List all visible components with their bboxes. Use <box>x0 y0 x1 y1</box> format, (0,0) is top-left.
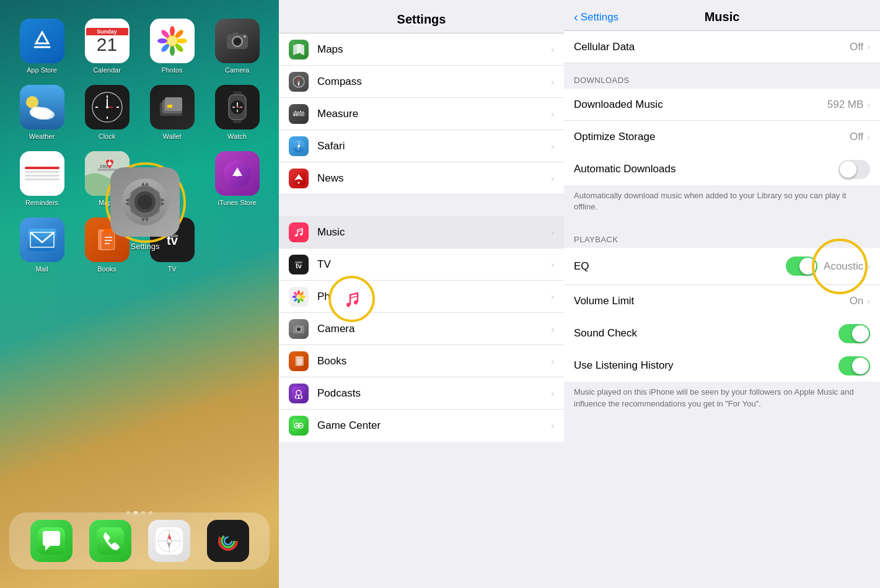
settings-compass-icon <box>289 72 309 92</box>
app-icon-wallet[interactable]: Wallet <box>143 85 201 140</box>
eq-toggle[interactable] <box>786 257 817 276</box>
svg-point-17 <box>26 96 38 108</box>
svg-point-114 <box>293 296 297 298</box>
settings-item-compass[interactable]: Compass › <box>279 66 564 98</box>
settings-books-chevron: › <box>551 356 554 366</box>
settings-item-maps[interactable]: Maps › <box>279 33 564 66</box>
listening-history-toggle[interactable] <box>838 356 870 375</box>
app-weather-label: Weather <box>29 133 55 140</box>
settings-tv-chevron: › <box>551 260 554 270</box>
settings-item-photos[interactable]: Photos › <box>279 281 564 313</box>
settings-news-icon <box>289 169 309 188</box>
music-row-optimize[interactable]: Optimize Storage Off › <box>564 121 880 153</box>
svg-point-78 <box>167 539 171 543</box>
settings-news-chevron: › <box>551 173 554 183</box>
downloaded-chevron: › <box>867 100 870 110</box>
settings-item-music[interactable]: Music › <box>279 216 564 248</box>
settings-tv-label: TV <box>317 258 551 271</box>
settings-compass-chevron: › <box>551 77 554 87</box>
app-icon-weather[interactable]: Weather <box>12 85 71 140</box>
eq-knob <box>799 258 816 274</box>
dock-phone[interactable] <box>89 520 131 562</box>
app-icon-camera[interactable]: Camera <box>208 19 266 74</box>
svg-rect-54 <box>103 229 112 232</box>
empty-cell <box>208 217 252 273</box>
app-icon-mail[interactable]: Mail <box>12 217 71 273</box>
phone-dock <box>9 512 270 569</box>
settings-camera-chevron: › <box>551 324 554 334</box>
listening-history-desc: Music played on this iPhone will be seen… <box>564 382 880 419</box>
settings-maps-label: Maps <box>317 43 551 56</box>
settings-item-books[interactable]: Books › <box>279 345 564 377</box>
settings-gamecenter-chevron: › <box>551 421 554 431</box>
settings-item-camera[interactable]: Camera › <box>279 313 564 345</box>
settings-item-tv[interactable]: tv apple TV › <box>279 248 564 281</box>
settings-item-podcasts[interactable]: Podcasts › <box>279 377 564 410</box>
auto-downloads-toggle[interactable] <box>838 160 870 179</box>
svg-rect-102 <box>292 226 306 239</box>
music-row-cellular[interactable]: Cellular Data Off › <box>564 31 880 63</box>
app-icon-itunes[interactable]: iTunes Store <box>208 151 266 206</box>
settings-maps-chevron: › <box>551 45 554 55</box>
settings-podcasts-chevron: › <box>551 388 554 398</box>
app-camera-icon <box>215 19 260 63</box>
music-row-downloaded[interactable]: Downloaded Music 592 MB › <box>564 89 880 121</box>
settings-books-icon <box>289 351 309 371</box>
settings-maps-icon <box>289 40 309 59</box>
volume-chevron: › <box>867 296 870 306</box>
app-itunes-icon <box>215 151 260 196</box>
settings-header: Settings <box>279 0 564 33</box>
app-icon-calendar[interactable]: Sunday 21 Calendar <box>77 19 136 74</box>
app-icon-photos[interactable]: Photos <box>143 19 201 74</box>
svg-point-6 <box>170 46 175 56</box>
settings-item-news[interactable]: News › <box>279 162 564 195</box>
app-icon-clock[interactable]: Clock <box>77 85 136 140</box>
svg-point-15 <box>244 35 246 38</box>
listening-history-knob <box>852 358 869 374</box>
svg-point-112 <box>297 299 300 303</box>
sound-check-knob <box>852 325 869 342</box>
settings-camera-icon <box>289 319 309 339</box>
settings-icon-large[interactable] <box>110 167 180 237</box>
app-reminders-icon <box>20 151 64 196</box>
auto-downloads-desc: Automatically download music when added … <box>564 185 880 222</box>
settings-music-icon <box>289 222 309 242</box>
music-panel: ‹ Settings Music Cellular Data Off › DOW… <box>564 0 880 588</box>
app-reminders-label: Reminders <box>25 199 58 206</box>
settings-item-measure[interactable]: Measure › <box>279 98 564 130</box>
dock-safari[interactable] <box>148 520 190 562</box>
music-row-listening-history[interactable]: Use Listening History <box>564 349 880 382</box>
settings-compass-label: Compass <box>317 76 551 88</box>
music-row-sound-check[interactable]: Sound Check <box>564 317 880 349</box>
svg-point-86 <box>297 81 300 83</box>
music-back-button[interactable]: ‹ Settings <box>574 10 618 24</box>
optimize-storage-value: Off <box>850 131 863 143</box>
app-icon-watch[interactable]: Watch <box>208 85 266 140</box>
settings-item-safari[interactable]: Safari › <box>279 130 564 162</box>
app-watch-label: Watch <box>227 133 247 140</box>
music-row-auto-downloads[interactable]: Automatic Downloads <box>564 153 880 185</box>
svg-point-136 <box>300 425 302 427</box>
svg-rect-120 <box>296 324 299 326</box>
app-photos-icon <box>150 19 195 63</box>
music-row-eq[interactable]: EQ Acoustic › <box>564 248 880 285</box>
music-row-volume[interactable]: Volume Limit On › <box>564 285 880 317</box>
svg-point-64 <box>138 195 152 209</box>
music-header-title: Music <box>705 10 740 24</box>
cellular-label: Cellular Data <box>574 41 850 53</box>
app-icon-appstore[interactable]: App Store <box>12 19 71 74</box>
app-icon-reminders[interactable]: Reminders <box>12 151 71 206</box>
dock-fitness[interactable] <box>207 520 249 562</box>
settings-podcasts-label: Podcasts <box>317 387 551 400</box>
app-mail-label: Mail <box>35 265 48 273</box>
app-photos-label: Photos <box>161 66 182 74</box>
eq-value: Acoustic <box>824 260 863 273</box>
svg-rect-14 <box>233 32 238 35</box>
svg-point-47 <box>108 162 112 165</box>
settings-safari-chevron: › <box>551 141 554 151</box>
volume-limit-value: On <box>850 295 864 307</box>
sound-check-toggle[interactable] <box>838 324 870 343</box>
settings-item-gamecenter[interactable]: Game Center › <box>279 410 564 442</box>
dock-messages[interactable] <box>30 520 73 562</box>
svg-point-121 <box>302 326 303 327</box>
